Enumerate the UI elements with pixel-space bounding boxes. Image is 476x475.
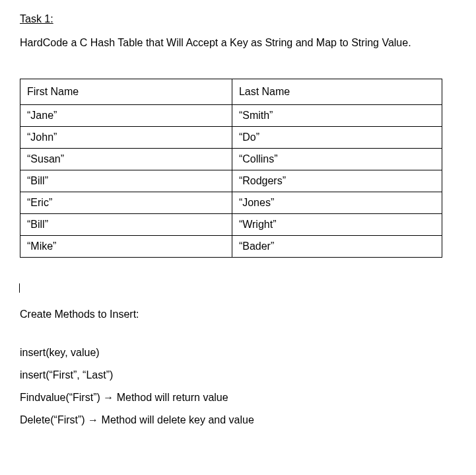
table-header-cell: First Name bbox=[20, 79, 232, 105]
table-header-row: First Name Last Name bbox=[20, 79, 442, 105]
table-cell: “Susan” bbox=[20, 149, 232, 170]
text-cursor bbox=[19, 283, 22, 293]
method-line: Delete(“First”) → Method will delete key… bbox=[20, 414, 456, 426]
task-description: HardCode a C Hash Table that Will Accept… bbox=[20, 37, 456, 49]
task-heading: Task 1: bbox=[20, 13, 456, 25]
table-cell: “Do” bbox=[232, 127, 442, 149]
method-line: Findvalue(“First”) → Method will return … bbox=[20, 392, 456, 404]
table-cell: “Collins” bbox=[232, 149, 442, 170]
table-cell: “Bader” bbox=[232, 236, 442, 258]
data-table: First Name Last Name “Jane” “Smith” “Joh… bbox=[20, 79, 442, 258]
table-row: “Eric” “Jones” bbox=[20, 192, 442, 214]
method-line: insert(“First”, “Last”) bbox=[20, 369, 456, 381]
table-cell: “Eric” bbox=[20, 192, 232, 214]
table-cell: “Rodgers” bbox=[232, 170, 442, 192]
table-cell: “Jones” bbox=[232, 192, 442, 214]
table-row: “Mike” “Bader” bbox=[20, 236, 442, 258]
method-line: insert(key, value) bbox=[20, 347, 456, 359]
table-row: “Jane” “Smith” bbox=[20, 105, 442, 127]
table-cell: “Wright” bbox=[232, 214, 442, 236]
table-cell: “Bill” bbox=[20, 214, 232, 236]
table-cell: “Jane” bbox=[20, 105, 232, 127]
table-row: “John” “Do” bbox=[20, 127, 442, 149]
table-header-cell: Last Name bbox=[232, 79, 442, 105]
table-cell: “Smith” bbox=[232, 105, 442, 127]
table-cell: “John” bbox=[20, 127, 232, 149]
table-cell: “Bill” bbox=[20, 170, 232, 192]
table-row: “Susan” “Collins” bbox=[20, 149, 442, 170]
table-row: “Bill” “Wright” bbox=[20, 214, 442, 236]
table-row: “Bill” “Rodgers” bbox=[20, 170, 442, 192]
table-cell: “Mike” bbox=[20, 236, 232, 258]
methods-heading: Create Methods to Insert: bbox=[20, 309, 456, 320]
